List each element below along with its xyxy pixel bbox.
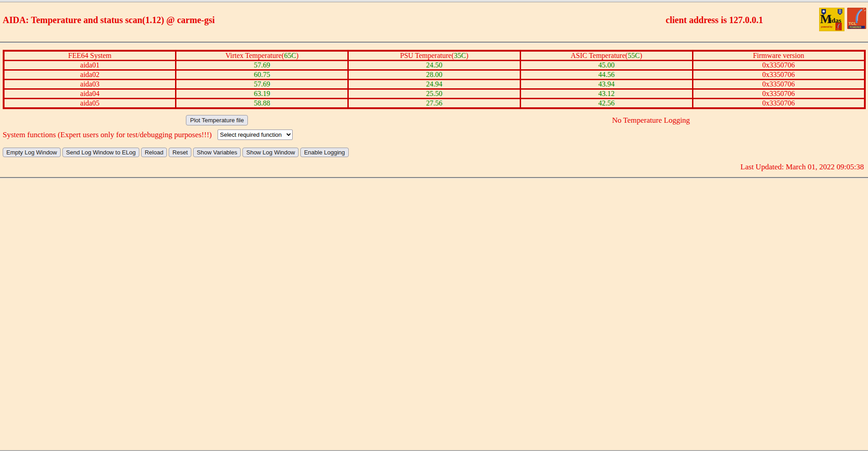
masthead: AIDA: Temperature and status scan(1.12) …: [0, 2, 868, 29]
table-row: aida0463.1925.5043.120x3350706: [4, 89, 865, 99]
show-variables-button[interactable]: Show Variables: [193, 148, 241, 157]
send-log-window-to-elog-button[interactable]: Send Log Window to ELog: [62, 148, 139, 157]
cell-system: aida01: [4, 61, 176, 70]
logo-group: M idas powered by TCL TCL POWERED: [819, 8, 866, 31]
column-header: PSU Temperature(35C): [348, 51, 521, 61]
cell-asic-temp: 45.00: [520, 61, 693, 70]
page-title: AIDA: Temperature and status scan(1.12) …: [3, 15, 215, 25]
client-address: client address is 127.0.0.1: [666, 15, 763, 25]
cell-virtex-temp: 57.69: [176, 80, 348, 89]
cell-system: aida04: [4, 89, 176, 99]
temperature-table: FEE64 SystemVirtex Temperature(65C)PSU T…: [3, 50, 866, 109]
plot-cell: Plot Temperature file: [0, 115, 434, 126]
cell-virtex-temp: 63.19: [176, 89, 348, 99]
show-log-window-button[interactable]: Show Log Window: [242, 148, 299, 157]
column-header: ASIC Temperature(55C): [520, 51, 693, 61]
cell-asic-temp: 43.12: [520, 89, 693, 99]
reload-button[interactable]: Reload: [141, 148, 167, 157]
plot-temperature-button[interactable]: Plot Temperature file: [186, 115, 248, 125]
table-row: aida0260.7528.0044.560x3350706: [4, 70, 865, 80]
svg-text:TCL: TCL: [836, 29, 840, 30]
enable-logging-button[interactable]: Enable Logging: [300, 148, 348, 157]
system-functions-row: System functions (Expert users only for …: [0, 130, 868, 140]
column-header: Virtex Temperature(65C): [176, 51, 348, 61]
logging-cell: No Temperature Logging: [434, 115, 868, 126]
divider-bottom: [0, 177, 868, 178]
svg-text:TCL: TCL: [849, 21, 857, 26]
reset-button[interactable]: Reset: [169, 148, 191, 157]
cell-psu-temp: 25.50: [348, 89, 521, 99]
cell-virtex-temp: 60.75: [176, 70, 348, 80]
cell-psu-temp: 24.50: [348, 61, 521, 70]
svg-text:powered by: powered by: [821, 26, 833, 28]
system-functions-label: System functions (Expert users only for …: [3, 130, 212, 139]
cell-firmware: 0x3350706: [693, 61, 865, 70]
cell-system: aida02: [4, 70, 176, 80]
cell-psu-temp: 27.56: [348, 99, 521, 109]
cell-firmware: 0x3350706: [693, 80, 865, 89]
last-updated: Last Updated: March 01, 2022 09:05:38: [0, 163, 868, 172]
cell-firmware: 0x3350706: [693, 99, 865, 109]
column-header: Firmware version: [693, 51, 865, 61]
tcl-powered-logo: TCL POWERED: [847, 8, 866, 29]
cell-psu-temp: 24.94: [348, 80, 521, 89]
svg-text:POWERED: POWERED: [849, 26, 861, 29]
column-header: FEE64 System: [4, 51, 176, 61]
log-button-bar: Empty Log WindowSend Log Window to ELogR…: [0, 148, 868, 157]
cell-system: aida05: [4, 99, 176, 109]
cell-asic-temp: 43.94: [520, 80, 693, 89]
table-body: aida0157.6924.5045.000x3350706aida0260.7…: [4, 61, 865, 109]
logging-status: No Temperature Logging: [612, 116, 690, 125]
function-select[interactable]: Select required function: [218, 130, 293, 140]
plot-row: Plot Temperature file No Temperature Log…: [0, 115, 868, 126]
cell-asic-temp: 44.56: [520, 70, 693, 80]
cell-firmware: 0x3350706: [693, 89, 865, 99]
cell-virtex-temp: 57.69: [176, 61, 348, 70]
divider-top: [0, 42, 868, 43]
midas-logo: M idas powered by TCL: [819, 8, 844, 31]
table-row: aida0157.6924.5045.000x3350706: [4, 61, 865, 70]
cell-system: aida03: [4, 80, 176, 89]
table-row: aida0558.8827.5642.560x3350706: [4, 99, 865, 109]
cell-asic-temp: 42.56: [520, 99, 693, 109]
cell-firmware: 0x3350706: [693, 70, 865, 80]
cell-virtex-temp: 58.88: [176, 99, 348, 109]
empty-log-window-button[interactable]: Empty Log Window: [3, 148, 61, 157]
table-header-row: FEE64 SystemVirtex Temperature(65C)PSU T…: [4, 51, 865, 61]
cell-psu-temp: 28.00: [348, 70, 521, 80]
table-row: aida0357.6924.9443.940x3350706: [4, 80, 865, 89]
